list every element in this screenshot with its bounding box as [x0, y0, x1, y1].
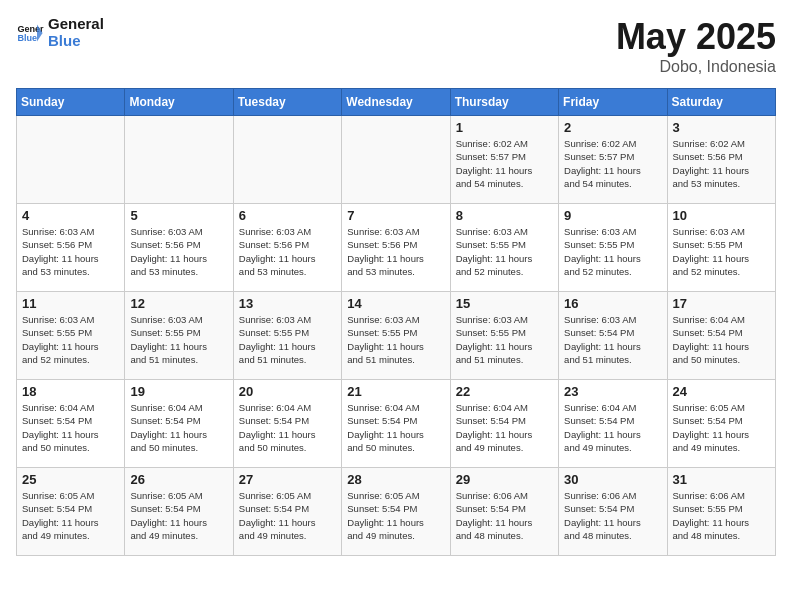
- day-info: Sunrise: 6:03 AM Sunset: 5:55 PM Dayligh…: [673, 225, 770, 278]
- day-info: Sunrise: 6:02 AM Sunset: 5:56 PM Dayligh…: [673, 137, 770, 190]
- calendar-cell: 3Sunrise: 6:02 AM Sunset: 5:56 PM Daylig…: [667, 116, 775, 204]
- day-number: 10: [673, 208, 770, 223]
- calendar-cell: 5Sunrise: 6:03 AM Sunset: 5:56 PM Daylig…: [125, 204, 233, 292]
- calendar-table: SundayMondayTuesdayWednesdayThursdayFrid…: [16, 88, 776, 556]
- day-info: Sunrise: 6:05 AM Sunset: 5:54 PM Dayligh…: [130, 489, 227, 542]
- day-number: 6: [239, 208, 336, 223]
- calendar-cell: 27Sunrise: 6:05 AM Sunset: 5:54 PM Dayli…: [233, 468, 341, 556]
- day-info: Sunrise: 6:04 AM Sunset: 5:54 PM Dayligh…: [456, 401, 553, 454]
- day-info: Sunrise: 6:06 AM Sunset: 5:54 PM Dayligh…: [456, 489, 553, 542]
- day-number: 14: [347, 296, 444, 311]
- day-number: 13: [239, 296, 336, 311]
- page-header: General Blue General Blue May 2025 Dobo,…: [16, 16, 776, 76]
- day-info: Sunrise: 6:03 AM Sunset: 5:55 PM Dayligh…: [456, 313, 553, 366]
- calendar-week-row: 4Sunrise: 6:03 AM Sunset: 5:56 PM Daylig…: [17, 204, 776, 292]
- calendar-cell: 11Sunrise: 6:03 AM Sunset: 5:55 PM Dayli…: [17, 292, 125, 380]
- day-info: Sunrise: 6:04 AM Sunset: 5:54 PM Dayligh…: [673, 313, 770, 366]
- day-info: Sunrise: 6:06 AM Sunset: 5:54 PM Dayligh…: [564, 489, 661, 542]
- day-number: 31: [673, 472, 770, 487]
- day-info: Sunrise: 6:03 AM Sunset: 5:55 PM Dayligh…: [456, 225, 553, 278]
- calendar-title-block: May 2025 Dobo, Indonesia: [616, 16, 776, 76]
- calendar-cell: [125, 116, 233, 204]
- calendar-cell: 10Sunrise: 6:03 AM Sunset: 5:55 PM Dayli…: [667, 204, 775, 292]
- day-number: 26: [130, 472, 227, 487]
- day-number: 28: [347, 472, 444, 487]
- svg-text:Blue: Blue: [17, 33, 37, 43]
- day-number: 15: [456, 296, 553, 311]
- header-day: Sunday: [17, 89, 125, 116]
- calendar-cell: 26Sunrise: 6:05 AM Sunset: 5:54 PM Dayli…: [125, 468, 233, 556]
- day-info: Sunrise: 6:03 AM Sunset: 5:54 PM Dayligh…: [564, 313, 661, 366]
- calendar-cell: 21Sunrise: 6:04 AM Sunset: 5:54 PM Dayli…: [342, 380, 450, 468]
- calendar-cell: 17Sunrise: 6:04 AM Sunset: 5:54 PM Dayli…: [667, 292, 775, 380]
- day-number: 9: [564, 208, 661, 223]
- calendar-cell: 18Sunrise: 6:04 AM Sunset: 5:54 PM Dayli…: [17, 380, 125, 468]
- day-number: 1: [456, 120, 553, 135]
- day-info: Sunrise: 6:04 AM Sunset: 5:54 PM Dayligh…: [130, 401, 227, 454]
- day-info: Sunrise: 6:04 AM Sunset: 5:54 PM Dayligh…: [22, 401, 119, 454]
- calendar-cell: 13Sunrise: 6:03 AM Sunset: 5:55 PM Dayli…: [233, 292, 341, 380]
- logo-line2: Blue: [48, 33, 104, 50]
- day-info: Sunrise: 6:05 AM Sunset: 5:54 PM Dayligh…: [673, 401, 770, 454]
- day-info: Sunrise: 6:03 AM Sunset: 5:56 PM Dayligh…: [239, 225, 336, 278]
- day-number: 7: [347, 208, 444, 223]
- day-info: Sunrise: 6:04 AM Sunset: 5:54 PM Dayligh…: [239, 401, 336, 454]
- header-day: Saturday: [667, 89, 775, 116]
- calendar-cell: 15Sunrise: 6:03 AM Sunset: 5:55 PM Dayli…: [450, 292, 558, 380]
- day-number: 23: [564, 384, 661, 399]
- day-info: Sunrise: 6:03 AM Sunset: 5:56 PM Dayligh…: [130, 225, 227, 278]
- day-info: Sunrise: 6:04 AM Sunset: 5:54 PM Dayligh…: [347, 401, 444, 454]
- calendar-cell: 31Sunrise: 6:06 AM Sunset: 5:55 PM Dayli…: [667, 468, 775, 556]
- day-info: Sunrise: 6:05 AM Sunset: 5:54 PM Dayligh…: [22, 489, 119, 542]
- header-row: SundayMondayTuesdayWednesdayThursdayFrid…: [17, 89, 776, 116]
- day-number: 27: [239, 472, 336, 487]
- calendar-cell: 6Sunrise: 6:03 AM Sunset: 5:56 PM Daylig…: [233, 204, 341, 292]
- day-info: Sunrise: 6:03 AM Sunset: 5:55 PM Dayligh…: [347, 313, 444, 366]
- day-number: 17: [673, 296, 770, 311]
- calendar-cell: [17, 116, 125, 204]
- header-day: Thursday: [450, 89, 558, 116]
- header-day: Tuesday: [233, 89, 341, 116]
- day-number: 11: [22, 296, 119, 311]
- calendar-cell: 4Sunrise: 6:03 AM Sunset: 5:56 PM Daylig…: [17, 204, 125, 292]
- day-number: 29: [456, 472, 553, 487]
- day-number: 8: [456, 208, 553, 223]
- calendar-cell: 29Sunrise: 6:06 AM Sunset: 5:54 PM Dayli…: [450, 468, 558, 556]
- day-number: 25: [22, 472, 119, 487]
- day-info: Sunrise: 6:03 AM Sunset: 5:56 PM Dayligh…: [22, 225, 119, 278]
- calendar-cell: 22Sunrise: 6:04 AM Sunset: 5:54 PM Dayli…: [450, 380, 558, 468]
- calendar-cell: 7Sunrise: 6:03 AM Sunset: 5:56 PM Daylig…: [342, 204, 450, 292]
- calendar-week-row: 18Sunrise: 6:04 AM Sunset: 5:54 PM Dayli…: [17, 380, 776, 468]
- calendar-cell: 8Sunrise: 6:03 AM Sunset: 5:55 PM Daylig…: [450, 204, 558, 292]
- day-info: Sunrise: 6:05 AM Sunset: 5:54 PM Dayligh…: [347, 489, 444, 542]
- calendar-week-row: 25Sunrise: 6:05 AM Sunset: 5:54 PM Dayli…: [17, 468, 776, 556]
- calendar-cell: 16Sunrise: 6:03 AM Sunset: 5:54 PM Dayli…: [559, 292, 667, 380]
- header-day: Monday: [125, 89, 233, 116]
- calendar-subtitle: Dobo, Indonesia: [616, 58, 776, 76]
- calendar-cell: 20Sunrise: 6:04 AM Sunset: 5:54 PM Dayli…: [233, 380, 341, 468]
- day-number: 21: [347, 384, 444, 399]
- day-number: 5: [130, 208, 227, 223]
- header-day: Friday: [559, 89, 667, 116]
- calendar-cell: [342, 116, 450, 204]
- calendar-cell: [233, 116, 341, 204]
- calendar-cell: 12Sunrise: 6:03 AM Sunset: 5:55 PM Dayli…: [125, 292, 233, 380]
- calendar-body: 1Sunrise: 6:02 AM Sunset: 5:57 PM Daylig…: [17, 116, 776, 556]
- day-number: 18: [22, 384, 119, 399]
- calendar-cell: 14Sunrise: 6:03 AM Sunset: 5:55 PM Dayli…: [342, 292, 450, 380]
- day-info: Sunrise: 6:02 AM Sunset: 5:57 PM Dayligh…: [456, 137, 553, 190]
- calendar-cell: 28Sunrise: 6:05 AM Sunset: 5:54 PM Dayli…: [342, 468, 450, 556]
- day-number: 3: [673, 120, 770, 135]
- day-number: 2: [564, 120, 661, 135]
- day-number: 20: [239, 384, 336, 399]
- calendar-cell: 23Sunrise: 6:04 AM Sunset: 5:54 PM Dayli…: [559, 380, 667, 468]
- header-day: Wednesday: [342, 89, 450, 116]
- day-number: 30: [564, 472, 661, 487]
- logo-line1: General: [48, 16, 104, 33]
- day-info: Sunrise: 6:02 AM Sunset: 5:57 PM Dayligh…: [564, 137, 661, 190]
- day-info: Sunrise: 6:04 AM Sunset: 5:54 PM Dayligh…: [564, 401, 661, 454]
- calendar-cell: 19Sunrise: 6:04 AM Sunset: 5:54 PM Dayli…: [125, 380, 233, 468]
- day-number: 16: [564, 296, 661, 311]
- calendar-cell: 1Sunrise: 6:02 AM Sunset: 5:57 PM Daylig…: [450, 116, 558, 204]
- calendar-cell: 25Sunrise: 6:05 AM Sunset: 5:54 PM Dayli…: [17, 468, 125, 556]
